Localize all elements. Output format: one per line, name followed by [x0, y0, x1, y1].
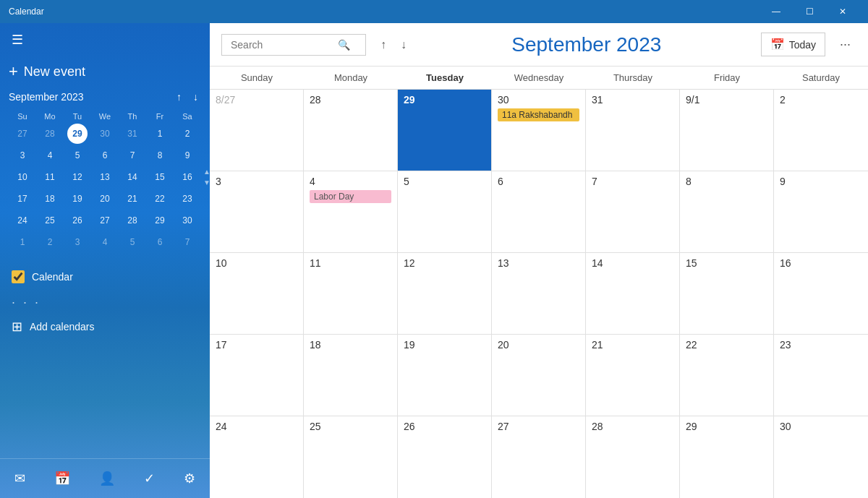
mail-button[interactable]: ✉ [9, 465, 31, 492]
mini-cal-day[interactable]: 20 [95, 189, 115, 209]
cal-cell-3[interactable]: 3 [210, 171, 304, 252]
calendar-button[interactable]: 📅 [48, 465, 76, 492]
mini-cal-day[interactable]: 29 [150, 210, 170, 231]
cal-cell-8[interactable]: 8 [680, 171, 774, 252]
minimize-button[interactable]: — [760, 0, 793, 23]
mini-cal-day[interactable]: 23 [177, 189, 197, 209]
mini-cal-day[interactable]: 4 [40, 145, 60, 166]
mini-cal-day[interactable]: 31 [122, 124, 142, 144]
calendar-checkbox[interactable] [12, 270, 25, 283]
event-rakshabandhan[interactable]: 11a Rakshabandh [498, 108, 579, 121]
mini-cal-day[interactable]: 2 [40, 232, 60, 252]
cal-cell-20[interactable]: 20 [492, 335, 586, 416]
mini-cal-day[interactable]: 7 [122, 145, 142, 166]
mini-cal-day[interactable]: 8 [150, 145, 170, 166]
mini-cal-day[interactable]: 10 [12, 167, 33, 187]
mini-cal-day[interactable]: 5 [122, 232, 142, 252]
cal-cell-15[interactable]: 15 [680, 253, 774, 334]
mini-cal-day[interactable]: 17 [12, 189, 33, 209]
cal-cell-2[interactable]: 2 [774, 90, 868, 171]
mini-cal-day[interactable]: 16 [177, 167, 197, 187]
event-labor-day[interactable]: Labor Day [310, 190, 391, 203]
mini-cal-day[interactable]: 30 [95, 124, 115, 144]
mini-cal-day[interactable]: 9 [177, 145, 197, 166]
cal-cell-27[interactable]: 27 [492, 416, 586, 498]
cal-cell-11[interactable]: 11 [304, 253, 398, 334]
mini-cal-day[interactable]: 21 [122, 189, 142, 209]
mini-cal-day[interactable]: 13 [95, 167, 115, 187]
cal-cell-4[interactable]: 4 Labor Day [304, 171, 398, 252]
cal-cell-25[interactable]: 25 [304, 416, 398, 498]
mini-cal-day[interactable]: 3 [12, 145, 33, 166]
mini-cal-day[interactable]: 1 [150, 124, 170, 144]
cal-cell-10[interactable]: 10 [210, 253, 304, 334]
cal-cell-31[interactable]: 31 [586, 90, 680, 171]
mini-cal-day[interactable]: 15 [150, 167, 170, 187]
cal-cell-13[interactable]: 13 [492, 253, 586, 334]
mini-cal-day[interactable]: 1 [12, 232, 33, 252]
settings-button[interactable]: ⚙ [178, 465, 201, 492]
mini-cal-day[interactable]: 19 [67, 189, 88, 209]
people-button[interactable]: 👤 [93, 465, 121, 492]
cal-cell-7[interactable]: 7 [586, 171, 680, 252]
cal-cell-6[interactable]: 6 [492, 171, 586, 252]
cal-cell-28[interactable]: 28 [304, 90, 398, 171]
cal-cell-26[interactable]: 26 [398, 416, 492, 498]
cal-cell-827[interactable]: 8/27 [210, 90, 304, 171]
cal-cell-9[interactable]: 9 [774, 171, 868, 252]
mini-cal-day[interactable]: 28 [40, 124, 60, 144]
cal-cell-22[interactable]: 22 [680, 335, 774, 416]
cal-cell-18[interactable]: 18 [304, 335, 398, 416]
search-input[interactable] [231, 39, 332, 51]
mini-cal-day[interactable]: 24 [12, 210, 33, 231]
mini-cal-day[interactable]: 28 [122, 210, 142, 231]
cal-cell-24[interactable]: 24 [210, 416, 304, 498]
mini-cal-next-button[interactable]: ↓ [190, 90, 201, 104]
mini-cal-day[interactable]: 25 [40, 210, 60, 231]
prev-month-button[interactable]: ↑ [375, 35, 392, 54]
cal-cell-23[interactable]: 23 [774, 335, 868, 416]
next-month-button[interactable]: ↓ [395, 35, 412, 54]
mini-cal-day[interactable]: 11 [40, 167, 60, 187]
cal-cell-21[interactable]: 21 [586, 335, 680, 416]
mini-cal-title[interactable]: September 2023 [9, 91, 84, 103]
mini-cal-day-29[interactable]: 29 [67, 124, 88, 144]
mini-cal-day[interactable]: 4 [95, 232, 115, 252]
mini-cal-day[interactable]: 6 [95, 145, 115, 166]
mini-cal-day[interactable]: 5 [67, 145, 88, 166]
new-event-button[interactable]: + New event [0, 56, 210, 90]
mini-cal-prev-button[interactable]: ↑ [174, 90, 184, 104]
cal-cell-17[interactable]: 17 [210, 335, 304, 416]
mini-cal-day[interactable]: 2 [177, 124, 197, 144]
mini-cal-day[interactable]: 26 [67, 210, 88, 231]
cal-cell-14[interactable]: 14 [586, 253, 680, 334]
close-button[interactable]: ✕ [826, 0, 859, 23]
mini-cal-day[interactable]: 30 [177, 210, 197, 231]
cal-cell-91[interactable]: 9/1 [680, 90, 774, 171]
mini-cal-day[interactable]: 6 [150, 232, 170, 252]
cal-cell-29[interactable]: 29 [680, 416, 774, 498]
cal-cell-12[interactable]: 12 [398, 253, 492, 334]
cal-cell-16[interactable]: 16 [774, 253, 868, 334]
mini-cal-day[interactable]: 12 [67, 167, 88, 187]
more-options-button[interactable]: ··· [834, 34, 856, 55]
cal-cell-30[interactable]: 30 [774, 416, 868, 498]
mini-cal-day[interactable]: 3 [67, 232, 88, 252]
cal-cell-28[interactable]: 28 [586, 416, 680, 498]
mini-cal-day[interactable]: 27 [95, 210, 115, 231]
tasks-button[interactable]: ✓ [138, 465, 161, 492]
add-calendars-button[interactable]: ⊞ Add calendars [0, 313, 210, 340]
today-button[interactable]: 📅 Today [761, 33, 825, 56]
mini-cal-day[interactable]: 18 [40, 189, 60, 209]
mini-cal-nav: ↑ ↓ [174, 90, 201, 104]
cal-cell-5[interactable]: 5 [398, 171, 492, 252]
mini-cal-day[interactable]: 27 [12, 124, 33, 144]
mini-cal-day[interactable]: 22 [150, 189, 170, 209]
maximize-button[interactable]: ☐ [793, 0, 826, 23]
cal-cell-29[interactable]: 29 [398, 90, 492, 171]
mini-cal-day[interactable]: 7 [177, 232, 197, 252]
mini-cal-day[interactable]: 14 [122, 167, 142, 187]
cal-cell-30[interactable]: 30 11a Rakshabandh [492, 90, 586, 171]
cal-cell-19[interactable]: 19 [398, 335, 492, 416]
hamburger-button[interactable]: ☰ [9, 29, 26, 51]
